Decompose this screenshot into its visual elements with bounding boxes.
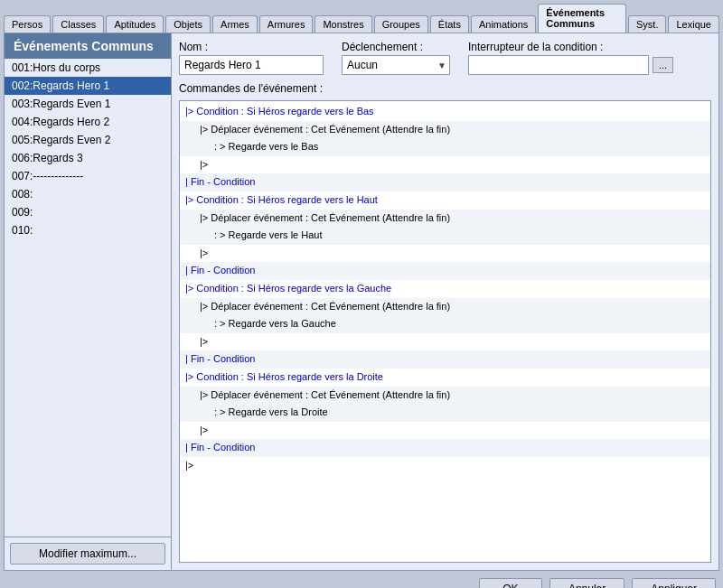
sidebar-list: 001:Hors du corps002:Regards Hero 1003:R… <box>5 59 171 537</box>
cmd-line-2[interactable]: : > Regarde vers le Bas <box>180 138 710 156</box>
cmd-line-9[interactable]: | Fin - Condition <box>180 262 710 280</box>
sidebar-title: Événements Communs <box>5 33 171 59</box>
cmd-line-8[interactable]: |> <box>180 245 710 263</box>
cmd-line-17[interactable]: : > Regarde vers la Droite <box>180 404 710 422</box>
interrupteur-label: Interrupteur de la condition : <box>468 41 673 53</box>
trigger-select-wrapper: AucunAutomatiqueAppel de processus ▼ <box>342 55 450 75</box>
sidebar-item-007[interactable]: 007:-------------- <box>5 167 171 185</box>
tab-armures[interactable]: Armures <box>259 15 314 33</box>
modify-max-button[interactable]: Modifier maximum... <box>10 543 165 565</box>
tab-syst.[interactable]: Syst. <box>628 15 666 33</box>
tab-monstres[interactable]: Monstres <box>315 15 371 33</box>
sidebar-item-006[interactable]: 006:Regards 3 <box>5 149 171 167</box>
interrupteur-input-row: ... <box>468 55 673 75</box>
sidebar-item-003[interactable]: 003:Regards Even 1 <box>5 95 171 113</box>
sidebar-item-009[interactable]: 009: <box>5 203 171 221</box>
commands-area[interactable]: |> Condition : Si Héros regarde vers le … <box>179 100 711 563</box>
cmd-line-18[interactable]: |> <box>180 422 710 440</box>
main-container: Événements Communs 001:Hors du corps002:… <box>4 33 719 571</box>
sidebar-footer: Modifier maximum... <box>5 537 171 570</box>
cmd-line-4[interactable]: | Fin - Condition <box>180 173 710 191</box>
interrupteur-group: Interrupteur de la condition : ... <box>468 41 673 75</box>
bottom-bar: OK Annuler Appliquer <box>0 574 723 588</box>
sidebar: Événements Communs 001:Hors du corps002:… <box>5 33 172 570</box>
trigger-select[interactable]: AucunAutomatiqueAppel de processus <box>342 55 450 75</box>
cmd-line-20[interactable]: |> <box>180 457 710 475</box>
cmd-line-3[interactable]: |> <box>180 156 710 174</box>
cmd-line-16[interactable]: |> Déplacer événement : Cet Événement (A… <box>180 387 710 405</box>
ok-button[interactable]: OK <box>479 578 542 588</box>
cmd-line-6[interactable]: |> Déplacer événement : Cet Événement (A… <box>180 210 710 228</box>
sidebar-item-008[interactable]: 008: <box>5 185 171 203</box>
name-label: Nom : <box>179 41 324 53</box>
sidebar-item-010[interactable]: 010: <box>5 221 171 239</box>
sidebar-item-001[interactable]: 001:Hors du corps <box>5 59 171 77</box>
tab-animations[interactable]: Animations <box>471 15 536 33</box>
cmd-line-0[interactable]: |> Condition : Si Héros regarde vers le … <box>180 103 710 121</box>
tab-classes[interactable]: Classes <box>52 15 104 33</box>
cmd-line-15[interactable]: |> Condition : Si Héros regarde vers la … <box>180 369 710 387</box>
cmd-line-1[interactable]: |> Déplacer événement : Cet Événement (A… <box>180 121 710 139</box>
sidebar-item-005[interactable]: 005:Regards Even 2 <box>5 131 171 149</box>
right-panel: Nom : Déclenchement : AucunAutomatiqueAp… <box>172 33 718 570</box>
appliquer-button[interactable]: Appliquer <box>632 578 716 588</box>
interrupteur-button[interactable]: ... <box>653 57 673 73</box>
cmd-line-11[interactable]: |> Déplacer événement : Cet Événement (A… <box>180 298 710 316</box>
trigger-label: Déclenchement : <box>342 41 450 53</box>
annuler-button[interactable]: Annuler <box>549 578 624 588</box>
tab-aptitudes[interactable]: Aptitudes <box>106 15 164 33</box>
form-row: Nom : Déclenchement : AucunAutomatiqueAp… <box>179 41 711 75</box>
name-group: Nom : <box>179 41 324 75</box>
cmd-line-12[interactable]: : > Regarde vers la Gauche <box>180 315 710 333</box>
tab-groupes[interactable]: Groupes <box>374 15 428 33</box>
cmd-line-19[interactable]: | Fin - Condition <box>180 439 710 457</box>
trigger-group: Déclenchement : AucunAutomatiqueAppel de… <box>342 41 450 75</box>
name-input[interactable] <box>179 55 324 75</box>
tab-états[interactable]: États <box>430 15 469 33</box>
interrupteur-input[interactable] <box>468 55 649 75</box>
tab-lexique[interactable]: Lexique <box>668 15 719 33</box>
cmd-line-14[interactable]: | Fin - Condition <box>180 350 710 369</box>
tab-événements-communs[interactable]: Événements Communs <box>538 4 626 33</box>
cmd-line-10[interactable]: |> Condition : Si Héros regarde vers la … <box>180 280 710 298</box>
tab-armes[interactable]: Armes <box>212 15 258 33</box>
commands-label: Commandes de l'événement : <box>179 82 711 95</box>
sidebar-item-004[interactable]: 004:Regards Hero 2 <box>5 113 171 131</box>
tab-bar: PersosClassesAptitudesObjetsArmesArmures… <box>0 0 723 33</box>
tab-persos[interactable]: Persos <box>4 15 51 33</box>
cmd-line-13[interactable]: |> <box>180 333 710 351</box>
cmd-line-5[interactable]: |> Condition : Si Héros regarde vers le … <box>180 191 710 210</box>
sidebar-item-002[interactable]: 002:Regards Hero 1 <box>5 77 171 95</box>
cmd-line-7[interactable]: : > Regarde vers le Haut <box>180 227 710 245</box>
tab-objets[interactable]: Objets <box>165 15 211 33</box>
